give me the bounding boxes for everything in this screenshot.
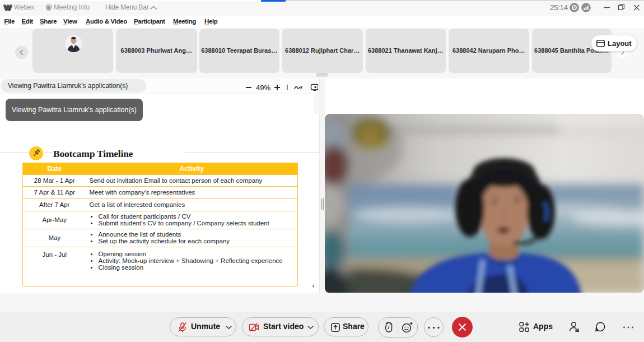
svg-text:49%: 49%	[256, 84, 270, 92]
